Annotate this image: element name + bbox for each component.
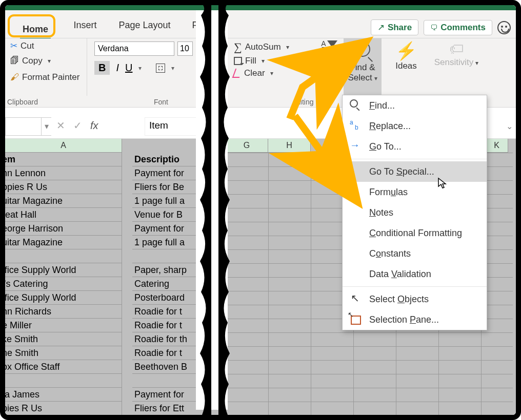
ideas-button[interactable]: ⚡ Ideas [391, 40, 422, 71]
table-cell[interactable]: ke Smith [0, 332, 122, 346]
sort-filter-label-2: Filter [317, 62, 336, 71]
tab-home[interactable]: Home [20, 20, 51, 40]
name-box[interactable]: ▾ [5, 117, 51, 136]
table-cell[interactable]: ppies R Us [0, 180, 122, 194]
menu-notes[interactable]: Notes [343, 202, 487, 223]
menu-goto-special[interactable]: Go To Special... [343, 161, 487, 182]
comments-icon: 🗨 [430, 24, 437, 32]
sigma-icon: ∑ [234, 40, 242, 54]
table-cell[interactable]: Fliers for Ett [132, 402, 204, 415]
table-cell[interactable]: Roadie for t [132, 305, 204, 319]
table-cell[interactable] [0, 374, 122, 388]
underline-button[interactable]: U [125, 62, 132, 74]
column-header-h[interactable]: H [268, 139, 311, 153]
menu-formulas[interactable]: Formulas [343, 182, 487, 202]
table-cell[interactable]: ta James [0, 388, 122, 402]
name-box-dropdown-icon[interactable]: ▾ [41, 118, 51, 135]
sort-filter-label-1: S [320, 53, 326, 61]
tag-icon: 🏷 [431, 40, 482, 57]
cancel-x-icon[interactable]: ✕ [56, 119, 65, 132]
find-select-button[interactable]: Find & Select [344, 38, 382, 96]
column-header-k[interactable]: K [486, 139, 508, 153]
format-painter-label: Format Painter [22, 72, 79, 82]
table-cell[interactable]: ox Office Staff [0, 360, 122, 374]
autosum-button[interactable]: ∑ AutoSum [231, 40, 313, 54]
table-cell[interactable]: Venue for B [132, 208, 204, 222]
enter-check-icon[interactable]: ✓ [73, 119, 82, 132]
table-cell[interactable]: e Miller [0, 319, 122, 332]
feedback-smile-icon[interactable] [497, 21, 511, 34]
menu-goto[interactable]: Go To... [343, 136, 487, 157]
menu-constants[interactable]: Constants [343, 243, 487, 264]
share-icon: ↗ [377, 22, 385, 33]
share-label: Share [388, 23, 412, 33]
table-cell[interactable]: Roadie for t [132, 319, 204, 332]
table-cell[interactable]: Beethoven B [132, 360, 204, 374]
tab-page-layout[interactable]: Page Layout [114, 15, 175, 35]
table-cell[interactable] [132, 249, 204, 263]
font-size-input[interactable] [177, 41, 193, 56]
table-cell[interactable] [132, 374, 204, 388]
table-cell[interactable]: Catering [132, 277, 204, 291]
table-cell[interactable]: Descriptio [132, 153, 204, 166]
table-cell[interactable]: Roadie for th [132, 332, 204, 346]
table-cell[interactable]: 1 page full a [132, 194, 204, 208]
table-cell[interactable]: ffice Supply World [0, 263, 122, 277]
table-cell[interactable]: Roadie for t [132, 346, 204, 360]
table-cell[interactable]: l's Catering [0, 277, 122, 291]
font-group-label: Font [154, 98, 168, 106]
table-cell[interactable]: Payment for [132, 388, 204, 402]
copy-button[interactable]: 🗐 Copy [7, 55, 54, 67]
table-cell[interactable]: hn Lennon [0, 166, 122, 180]
table-cell[interactable]: ne Smith [0, 346, 122, 360]
cut-button[interactable]: ✂ Cut [7, 39, 37, 52]
table-cell[interactable]: Paper, sharp [132, 263, 204, 277]
app-window: Home Insert Page Layout F ↗ Share 🗨 Comm… [0, 0, 521, 420]
menu-replace[interactable]: Replace... [343, 116, 487, 136]
borders-button[interactable] [156, 64, 165, 73]
clipboard-group-label: Clipboard [7, 98, 38, 106]
underline-dropdown-icon[interactable]: ▾ [138, 65, 142, 72]
copy-label: Copy [22, 56, 43, 66]
font-name-input[interactable] [94, 41, 174, 56]
borders-dropdown-icon[interactable]: ▾ [171, 65, 174, 72]
table-cell[interactable]: hn Richards [0, 305, 122, 319]
table-cell[interactable]: Payment for [132, 222, 204, 236]
bolt-icon: ⚡ [391, 40, 422, 61]
fx-icon[interactable]: fx [90, 120, 98, 132]
table-cell[interactable]: uitar Magazine [0, 236, 122, 249]
menu-separator-2 [343, 286, 487, 287]
menu-selection-pane[interactable]: Selection Pane... [343, 309, 487, 330]
format-painter-button[interactable]: 🖌 Format Painter [7, 71, 83, 83]
menu-select-objects[interactable]: Select Objects [343, 289, 487, 309]
scissors-icon: ✂ [10, 40, 17, 51]
table-cell[interactable]: Posterboard [132, 291, 204, 305]
table-cell[interactable]: uitar Magazine [0, 194, 122, 208]
bold-button[interactable]: B [94, 61, 110, 75]
column-header-a[interactable]: A [5, 139, 122, 153]
table-cell[interactable]: eorge Harrison [0, 222, 122, 236]
clear-button[interactable]: Clear [231, 68, 313, 78]
menu-data-validation[interactable]: Data Validation [343, 264, 487, 284]
table-cell[interactable]: Payment for [132, 166, 204, 180]
italic-button[interactable]: I [116, 62, 119, 74]
menu-find[interactable]: Find... [343, 95, 487, 116]
table-cell[interactable]: reat Hall [0, 208, 122, 222]
table-cell[interactable]: Fliers for Be [132, 180, 204, 194]
table-cell[interactable] [0, 249, 122, 263]
formula-expand-icon[interactable]: ⌄ [506, 121, 513, 131]
clipboard-group: ✂ Cut 🗐 Copy 🖌 Format Painter [5, 38, 87, 96]
menu-cond-fmt[interactable]: Conditional Formatting [343, 223, 487, 243]
table-cell[interactable]: pies R Us [0, 402, 122, 415]
table-cell[interactable]: 1 page full a [132, 236, 204, 249]
goto-icon [350, 140, 362, 153]
fill-button[interactable]: Fill [231, 56, 313, 66]
share-button[interactable]: ↗ Share [371, 19, 418, 35]
formula-input[interactable]: Item [145, 117, 201, 136]
table-cell[interactable]: ffice Supply World [0, 291, 122, 305]
table-cell[interactable]: em [0, 153, 122, 166]
brush-icon: 🖌 [10, 72, 19, 82]
comments-button[interactable]: 🗨 Comments [424, 20, 492, 35]
sort-filter-button[interactable]: AZ S & Filter [314, 40, 345, 71]
tab-insert[interactable]: Insert [69, 15, 101, 35]
